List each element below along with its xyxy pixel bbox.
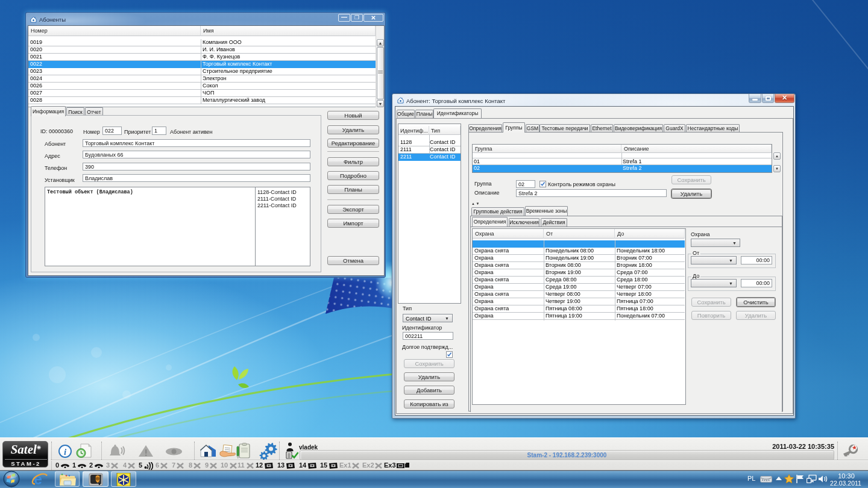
svg-text:e: e	[34, 471, 42, 487]
